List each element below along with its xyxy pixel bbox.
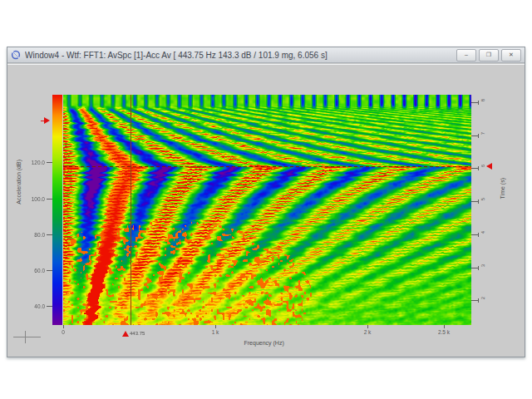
title-bar[interactable]: Window4 - Wtf: FFT1: AvSpc [1]-Acc Av [ … [7,47,525,63]
maximize-button[interactable]: ❐ [479,49,499,62]
window-title: Window4 - Wtf: FFT1: AvSpc [1]-Acc Av [ … [25,51,454,60]
left-axis-tick [47,270,52,271]
x-axis-tick-label: 1 k [204,329,226,335]
origin-crosshair-icon[interactable] [13,337,41,337]
time-cursor-line[interactable] [63,166,471,167]
right-axis-tick-label: 8 [480,99,485,101]
left-axis-tick [47,306,52,307]
right-axis-tick [478,166,479,170]
left-axis-tick-label: 120.0 [22,160,45,165]
x-axis-tick-label: 2.5 k [433,329,455,335]
right-axis-tick-label: 3 [480,264,485,267]
x-axis-tick [367,325,368,328]
left-axis-tick-label: 60.0 [22,268,45,273]
x-axis-title: Frequency (Hz) [244,340,284,346]
left-axis-tick-label: 80.0 [22,232,45,238]
waterfall-window: Window4 - Wtf: FFT1: AvSpc [1]-Acc Av [ … [7,47,525,357]
x-axis-tick-label: 0 [52,329,74,335]
right-axis-tick [478,101,479,105]
left-axis-title: Acceleration (dB) [16,160,22,204]
left-axis-tick-label: 100.0 [22,196,45,202]
minimize-button[interactable]: – [456,49,476,62]
right-axis-title: Time (s) [500,178,505,199]
right-axis-tick [471,201,478,202]
colorbar-legend [52,95,62,325]
left-axis-tick [47,162,52,163]
x-axis-tick [444,325,445,328]
right-axis-tick [478,266,479,270]
right-axis-tick [478,233,479,237]
amplitude-cursor-marker[interactable] [44,117,50,124]
right-axis-tick-label: 5 [480,198,485,200]
x-axis-tick-label: 2 k [357,329,378,335]
left-axis-tick [47,234,52,235]
right-axis-tick-label: 2 [480,297,485,299]
frequency-cursor-value: 443.75 [130,331,145,336]
right-axis-tick-label: 4 [480,231,485,234]
time-cursor-marker[interactable] [486,163,492,170]
app-icon [11,50,21,60]
spectrogram-canvas[interactable] [63,95,471,325]
right-axis-tick [471,168,478,169]
frequency-cursor-line[interactable] [131,95,131,325]
close-button[interactable]: ✕ [501,49,521,62]
right-axis-tick [471,135,478,136]
right-axis-tick [471,234,478,235]
right-axis-tick [478,134,479,138]
right-axis-tick [471,102,478,103]
origin-crosshair-icon[interactable] [25,331,26,343]
left-axis-tick-label: 40.0 [22,303,45,309]
right-axis-tick [471,268,478,268]
left-axis-tick [47,199,52,200]
frequency-cursor-marker[interactable] [122,331,129,337]
x-axis-tick [215,325,216,328]
window-controls: – ❐ ✕ [454,49,521,62]
right-axis-tick [471,300,478,301]
right-axis-tick [478,298,479,303]
right-axis-tick [478,200,479,204]
x-axis-tick [63,325,64,328]
right-axis-tick-label: 7 [480,132,485,135]
right-axis-tick-label: 6 [480,165,485,167]
